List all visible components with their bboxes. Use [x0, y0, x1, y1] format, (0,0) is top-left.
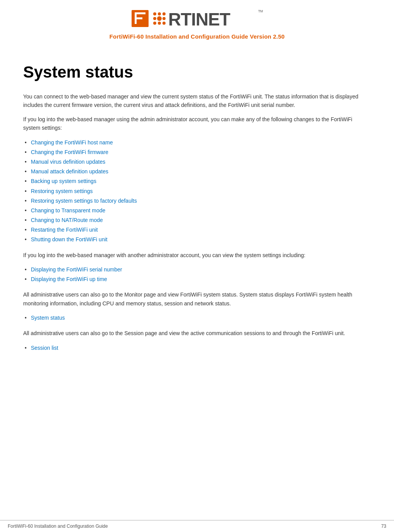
logo-container: RTINET TM — [132, 7, 263, 30]
svg-point-10 — [153, 22, 156, 25]
list-item[interactable]: System status — [23, 313, 371, 323]
page-header: RTINET TM FortiWiFi-60 Installation and … — [0, 0, 394, 44]
monitor-paragraph: All administrative users can also go to … — [23, 290, 371, 308]
list-item[interactable]: Manual attack definition updates — [23, 167, 371, 176]
svg-point-9 — [162, 17, 166, 20]
page-footer: FortiWiFi-60 Installation and Configurat… — [0, 520, 394, 532]
session-paragraph: All administrative users can also go to … — [23, 329, 371, 337]
list-item[interactable]: Changing the FortiWiFi host name — [23, 138, 371, 147]
list-item[interactable]: Displaying the FortiWiFi serial number — [23, 265, 371, 274]
list-item[interactable]: Restoring system settings to factory def… — [23, 196, 371, 206]
svg-point-6 — [162, 12, 166, 15]
svg-text:TM: TM — [258, 9, 263, 13]
session-list: Session list — [23, 343, 371, 353]
monitor-list: System status — [23, 313, 371, 323]
svg-point-4 — [153, 12, 156, 15]
list-item[interactable]: Manual virus definition updates — [23, 157, 371, 167]
page-title: System status — [23, 63, 371, 81]
list-item[interactable]: Shutting down the FortiWiFi unit — [23, 235, 371, 244]
fortinet-logo: RTINET TM — [132, 7, 263, 30]
other-admin-paragraph: If you log into the web-based manager wi… — [23, 251, 371, 259]
list-item[interactable]: Changing to Transparent mode — [23, 206, 371, 215]
admin-changes-list: Changing the FortiWiFi host nameChanging… — [23, 138, 371, 245]
svg-point-12 — [162, 22, 166, 25]
list-item[interactable]: Displaying the FortiWiFi up time — [23, 274, 371, 284]
intro-paragraph-2: If you log into the web-based manager us… — [23, 115, 371, 132]
svg-point-7 — [153, 17, 156, 20]
list-item[interactable]: Session list — [23, 343, 371, 353]
list-item[interactable]: Changing to NAT/Route mode — [23, 215, 371, 225]
list-item[interactable]: Restarting the FortiWiFi unit — [23, 225, 371, 235]
main-content: System status You can connect to the web… — [0, 44, 394, 520]
other-admin-list: Displaying the FortiWiFi serial numberDi… — [23, 265, 371, 284]
svg-point-5 — [158, 12, 161, 15]
header-subtitle: FortiWiFi-60 Installation and Configurat… — [110, 33, 285, 40]
svg-point-11 — [158, 22, 161, 25]
list-item[interactable]: Changing the FortiWiFi firmware — [23, 147, 371, 157]
footer-page-number: 73 — [381, 524, 386, 529]
intro-paragraph-1: You can connect to the web-based manager… — [23, 92, 371, 110]
svg-point-8 — [157, 16, 162, 21]
svg-rect-3 — [135, 17, 142, 19]
page-container: RTINET TM FortiWiFi-60 Installation and … — [0, 0, 394, 532]
svg-text:RTINET: RTINET — [168, 9, 230, 29]
list-item[interactable]: Backing up system settings — [23, 176, 371, 186]
list-item[interactable]: Restoring system settings — [23, 186, 371, 196]
footer-left-text: FortiWiFi-60 Installation and Configurat… — [8, 524, 108, 529]
